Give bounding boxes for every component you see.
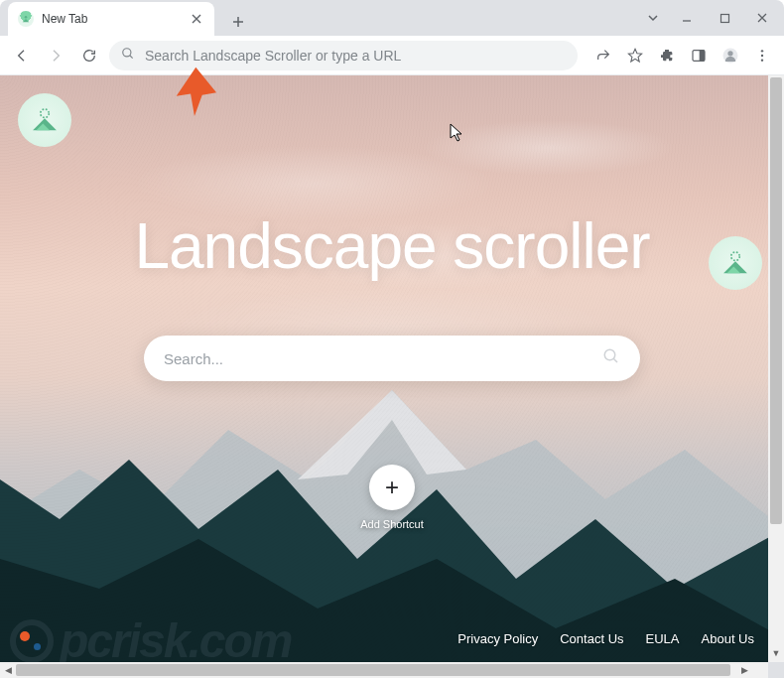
reload-button[interactable] xyxy=(75,42,103,69)
scroll-down-icon[interactable]: ▼ xyxy=(768,645,784,661)
svg-point-7 xyxy=(761,50,763,52)
close-window-button[interactable] xyxy=(744,3,780,33)
footer-link-privacy[interactable]: Privacy Policy xyxy=(457,631,538,646)
browser-chrome: New Tab xyxy=(0,0,784,75)
minimize-button[interactable] xyxy=(669,3,705,33)
sidepanel-icon[interactable] xyxy=(685,42,713,69)
svg-point-11 xyxy=(731,252,740,261)
bookmark-icon[interactable] xyxy=(621,42,649,69)
page-headline: Landscape scroller xyxy=(0,209,784,283)
vertical-scrollbar[interactable]: ▲ ▼ xyxy=(768,75,784,678)
extensions-icon[interactable] xyxy=(653,42,681,69)
back-button[interactable] xyxy=(8,42,36,69)
svg-rect-1 xyxy=(720,14,728,22)
svg-point-6 xyxy=(727,51,732,56)
scrollbar-thumb[interactable] xyxy=(770,77,782,524)
watermark-text: pcrisk.com xyxy=(60,613,291,668)
logo-badge-right xyxy=(709,236,762,290)
footer-link-about[interactable]: About Us xyxy=(702,631,754,646)
browser-tab[interactable]: New Tab xyxy=(8,2,214,36)
window-controls xyxy=(639,0,780,36)
search-submit-icon[interactable] xyxy=(602,347,620,369)
tab-strip: New Tab xyxy=(0,0,784,36)
footer-links: Privacy Policy Contact Us EULA About Us xyxy=(457,631,754,646)
browser-toolbar xyxy=(0,36,784,75)
forward-button[interactable] xyxy=(42,42,69,69)
svg-point-12 xyxy=(604,349,615,360)
tab-close-icon[interactable] xyxy=(189,11,204,27)
plus-icon: + xyxy=(369,465,415,510)
scroll-corner xyxy=(768,662,784,678)
svg-point-9 xyxy=(761,59,763,61)
maximize-button[interactable] xyxy=(707,3,742,33)
tab-title: New Tab xyxy=(42,12,181,26)
svg-point-8 xyxy=(761,54,763,56)
watermark: pcrisk.com xyxy=(10,613,291,668)
scroll-left-icon[interactable]: ◀ xyxy=(0,662,16,678)
add-shortcut-button[interactable]: + Add Shortcut xyxy=(352,465,432,530)
svg-rect-4 xyxy=(700,50,705,61)
page-content: Landscape scroller + Add Shortcut Privac… xyxy=(0,75,784,678)
footer-link-eula[interactable]: EULA xyxy=(646,631,680,646)
profile-icon[interactable] xyxy=(717,42,744,69)
add-shortcut-label: Add Shortcut xyxy=(352,518,432,530)
page-search[interactable] xyxy=(144,336,640,381)
tab-search-icon[interactable] xyxy=(639,3,667,33)
scroll-right-icon[interactable]: ▶ xyxy=(736,662,752,678)
omnibox-input[interactable] xyxy=(145,48,566,64)
footer-link-contact[interactable]: Contact Us xyxy=(560,631,623,646)
svg-point-10 xyxy=(41,109,50,118)
svg-point-2 xyxy=(123,49,131,57)
globe-icon xyxy=(10,619,54,663)
menu-icon[interactable] xyxy=(748,42,776,69)
horizontal-scrollbar[interactable]: ◀ ▶ xyxy=(0,662,768,678)
search-icon xyxy=(121,47,135,64)
omnibox[interactable] xyxy=(109,41,578,70)
page-search-input[interactable] xyxy=(164,350,602,367)
share-icon[interactable] xyxy=(589,42,617,69)
new-tab-button[interactable] xyxy=(224,8,252,36)
svg-point-0 xyxy=(25,16,28,19)
logo-badge-top xyxy=(18,93,71,147)
favicon-icon xyxy=(18,11,34,27)
scrollbar-h-thumb[interactable] xyxy=(16,664,730,676)
